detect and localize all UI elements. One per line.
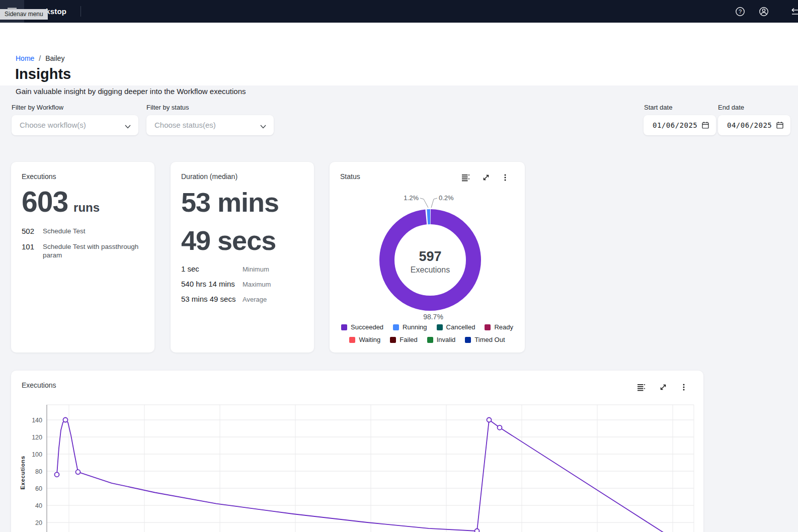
legend-item-running[interactable]: Running — [393, 323, 427, 331]
page-title: Insights — [15, 66, 71, 82]
execution-breakdown-row: 502Schedule Test — [22, 227, 145, 236]
breakdown-count: 101 — [22, 242, 43, 260]
legend-item-timed-out[interactable]: Timed Out — [465, 336, 505, 343]
legend-swatch — [390, 337, 396, 343]
legend-swatch — [349, 337, 355, 343]
donut-callout-line — [431, 198, 437, 208]
y-tick-label: 40 — [35, 502, 42, 509]
svg-text:?: ? — [739, 9, 742, 15]
legend-swatch — [427, 337, 433, 343]
duration-stat-value: 540 hrs 14 mins — [181, 280, 243, 288]
user-profile-button[interactable] — [756, 4, 771, 19]
executions-line-chart: 14012010080604020Executions — [11, 371, 703, 532]
y-tick-label: 120 — [32, 434, 42, 441]
execution-breakdown-row: 101Schedule Test with passthrough param — [22, 242, 145, 260]
start-date-value: 01/06/2025 — [653, 121, 697, 129]
donut-callout-label: 0.2% — [439, 194, 454, 202]
start-date-label: Start date — [644, 104, 672, 111]
executions-line-series — [57, 420, 688, 532]
user-avatar-icon — [756, 6, 771, 18]
legend-swatch — [485, 324, 491, 330]
legend-item-invalid[interactable]: Invalid — [427, 336, 456, 343]
help-button[interactable]: ? — [733, 4, 748, 19]
chevron-down-icon — [260, 123, 266, 130]
data-point-marker — [498, 425, 502, 430]
legend-label: Timed Out — [474, 336, 505, 343]
y-tick-label: 80 — [35, 468, 42, 475]
data-point-marker — [475, 529, 480, 532]
legend-item-ready[interactable]: Ready — [485, 323, 513, 331]
legend-item-cancelled[interactable]: Cancelled — [437, 323, 475, 331]
duration-median-value: 53 mins 49 secs — [181, 183, 279, 259]
legend-label: Waiting — [359, 336, 380, 343]
end-date-label: End date — [718, 104, 744, 111]
duration-stat-label: Maximum — [243, 281, 271, 288]
breadcrumb-home-link[interactable]: Home — [16, 54, 34, 62]
legend-swatch — [393, 324, 399, 330]
legend-swatch — [341, 324, 347, 330]
donut-callout-label: 1.2% — [404, 194, 419, 202]
legend-item-failed[interactable]: Failed — [390, 336, 417, 343]
breakdown-workflow-name: Schedule Test — [43, 227, 143, 236]
start-date-input[interactable]: 01/06/2025 — [644, 115, 716, 135]
legend-item-waiting[interactable]: Waiting — [349, 336, 380, 343]
page-subtitle: Gain valuable insight by digging deeper … — [16, 87, 246, 96]
status-dropdown-placeholder: Choose status(es) — [154, 121, 216, 129]
status-donut-chart: 597Executions98.7%1.2%0.2% — [330, 162, 525, 328]
duration-stat-row: 540 hrs 14 minsMaximum — [181, 280, 304, 288]
legend-label: Running — [403, 323, 427, 331]
duration-stat-value: 1 sec — [181, 264, 243, 273]
duration-median-line2: 49 secs — [181, 221, 279, 259]
breadcrumb: Home/Bailey — [16, 54, 64, 62]
duration-stats-list: 1 secMinimum540 hrs 14 minsMaximum53 min… — [181, 264, 304, 310]
help-icon: ? — [733, 6, 748, 18]
duration-stat-label: Minimum — [243, 265, 269, 273]
data-point-marker — [487, 418, 492, 422]
sidenav-tooltip: Sidenav menu — [0, 9, 48, 20]
y-tick-label: 60 — [35, 485, 42, 492]
donut-center-value: 597 — [419, 249, 441, 264]
duration-median-line1: 53 mins — [181, 183, 279, 221]
breadcrumb-current: Bailey — [45, 54, 64, 62]
executions-total-value: 603 — [22, 185, 68, 218]
executions-summary-card: Executions 603 runs 502Schedule Test101S… — [11, 162, 154, 352]
switcher-button[interactable] — [788, 4, 798, 19]
breadcrumb-separator: / — [39, 54, 41, 62]
page-header-band: Home/Bailey Insights Gain valuable insig… — [0, 23, 798, 85]
status-dropdown[interactable]: Choose status(es) — [146, 115, 274, 135]
duration-card: Duration (median) 53 mins 49 secs 1 secM… — [171, 162, 314, 352]
legend-item-succeeded[interactable]: Succeeded — [341, 323, 383, 331]
switcher-arrows-icon — [788, 6, 798, 18]
y-tick-label: 140 — [32, 417, 42, 424]
legend-label: Failed — [400, 336, 417, 343]
executions-total: 603 runs — [22, 185, 100, 218]
donut-center-label: Executions — [411, 265, 450, 274]
data-point-marker — [55, 472, 59, 477]
breakdown-count: 502 — [22, 227, 43, 236]
executions-total-unit: runs — [73, 201, 100, 215]
executions-chart-card: Executions 14012010080604020Executions — [11, 371, 703, 532]
status-legend-row-2: WaitingFailedInvalidTimed Out — [330, 336, 525, 343]
donut-main-percent-label: 98.7% — [423, 313, 443, 321]
data-point-marker — [63, 418, 68, 422]
workflow-dropdown-placeholder: Choose workflow(s) — [20, 121, 86, 129]
y-tick-label: 100 — [32, 451, 42, 458]
legend-swatch — [437, 324, 443, 330]
data-point-marker — [76, 470, 81, 474]
end-date-input[interactable]: 04/06/2025 — [718, 115, 790, 135]
legend-label: Ready — [494, 323, 513, 331]
executions-card-title: Executions — [22, 172, 56, 181]
duration-card-title: Duration (median) — [181, 172, 237, 181]
workflow-dropdown[interactable]: Choose workflow(s) — [12, 115, 138, 135]
breakdown-workflow-name: Schedule Test with passthrough param — [43, 242, 143, 260]
donut-callout-line — [420, 198, 428, 208]
end-date-value: 04/06/2025 — [727, 121, 772, 129]
duration-stat-value: 53 mins 49 secs — [181, 295, 243, 303]
y-tick-label: 20 — [35, 519, 42, 526]
duration-stat-row: 53 mins 49 secsAverage — [181, 295, 304, 303]
filter-status-label: Filter by status — [146, 104, 189, 111]
filter-workflow-label: Filter by Workflow — [12, 104, 63, 111]
header-divider — [81, 6, 81, 17]
legend-label: Succeeded — [351, 323, 383, 331]
legend-label: Cancelled — [446, 323, 475, 331]
